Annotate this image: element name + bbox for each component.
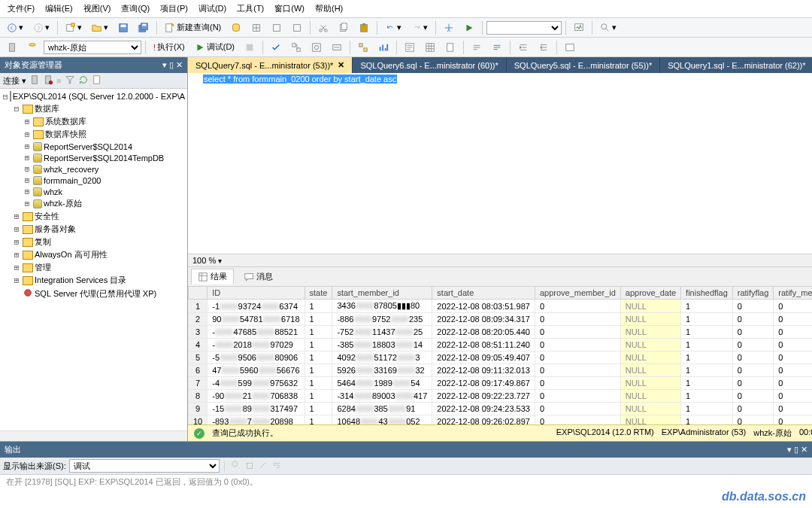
- cut-button[interactable]: [314, 20, 332, 35]
- cell[interactable]: 2: [189, 313, 208, 326]
- dmx-query-button[interactable]: [268, 20, 286, 35]
- tree-item[interactable]: 系统数据库: [45, 116, 86, 127]
- outdent-button[interactable]: [535, 40, 553, 55]
- cell[interactable]: 2022-12-08 09:26:02.897: [432, 415, 535, 425]
- cell[interactable]: NULL: [620, 364, 680, 377]
- cell[interactable]: NULL: [620, 339, 680, 351]
- cell[interactable]: -500009506000080906: [208, 351, 304, 364]
- expand-icon[interactable]: ⊞: [23, 141, 32, 151]
- cell[interactable]: -100009372400006374: [208, 300, 304, 313]
- table-row[interactable]: 8-9000002100007068381-314000089003000041…: [189, 390, 813, 403]
- cell[interactable]: NULL: [620, 390, 680, 403]
- panel-pin-icon[interactable]: ▾ ▯ ✕: [162, 60, 183, 70]
- cell[interactable]: -400005990000975632: [208, 377, 304, 390]
- cell[interactable]: 2022-12-08 08:51:11.240: [432, 339, 535, 351]
- cell[interactable]: 2022-12-08 09:05:49.407: [432, 351, 535, 364]
- indent-button[interactable]: [514, 40, 532, 55]
- cell[interactable]: NULL: [620, 326, 680, 339]
- cell[interactable]: 0: [535, 300, 620, 313]
- mdx-query-button[interactable]: [247, 20, 265, 35]
- actual-plan-button[interactable]: [354, 40, 372, 55]
- script-icon[interactable]: [92, 75, 102, 87]
- cell[interactable]: 3: [189, 326, 208, 339]
- cell[interactable]: 0: [732, 377, 774, 390]
- menu-window[interactable]: 窗口(W): [270, 2, 309, 16]
- comment-button[interactable]: [468, 40, 486, 55]
- cancel-query-button[interactable]: [241, 40, 259, 55]
- tree-item[interactable]: 数据库快照: [45, 129, 86, 140]
- cell[interactable]: 5: [189, 351, 208, 364]
- expand-icon[interactable]: ⊞: [23, 129, 32, 139]
- cell[interactable]: 0: [774, 351, 812, 364]
- table-row[interactable]: 10-8930000700002089811064800004300000522…: [189, 415, 813, 425]
- table-row[interactable]: 6470000596000005667615926000033169000032…: [189, 364, 813, 377]
- table-row[interactable]: 290000054781000067181-886000097520000235…: [189, 313, 813, 326]
- cell[interactable]: 1: [681, 313, 733, 326]
- stop-icon[interactable]: [43, 75, 53, 87]
- tree-item[interactable]: 安全性: [35, 211, 59, 222]
- cell[interactable]: 4700005960000056676: [208, 364, 304, 377]
- cell[interactable]: 1: [304, 377, 332, 390]
- cell[interactable]: 409200005117200003: [332, 351, 432, 364]
- output-wrap-icon[interactable]: [271, 460, 282, 472]
- cell[interactable]: 0: [732, 326, 774, 339]
- menu-view[interactable]: 视图(V): [79, 2, 116, 16]
- cell[interactable]: -886000097520000235: [332, 313, 432, 326]
- cell[interactable]: 0: [535, 326, 620, 339]
- cell[interactable]: 0: [535, 377, 620, 390]
- tab-query5[interactable]: SQLQuery5.sql - E...ministrator (55))*: [507, 57, 660, 73]
- save-all-button[interactable]: [135, 20, 153, 35]
- xmla-query-button[interactable]: [288, 20, 306, 35]
- cell[interactable]: 1: [304, 415, 332, 425]
- sidebar-scrollbar[interactable]: [0, 430, 187, 441]
- cell[interactable]: 0: [774, 313, 812, 326]
- tree-item[interactable]: AlwaysOn 高可用性: [35, 249, 108, 260]
- cell[interactable]: 0: [732, 364, 774, 377]
- debug-button[interactable]: 调试(D): [191, 39, 238, 55]
- expand-icon[interactable]: ⊞: [23, 175, 32, 185]
- cell[interactable]: -00002018000097029: [208, 339, 304, 351]
- column-header[interactable]: approve_member_id: [535, 287, 620, 300]
- tab-query7[interactable]: SQLQuery7.sql - E...ministrator (53))*✕: [188, 57, 353, 73]
- tree-server[interactable]: EXP\SQL2014 (SQL Server 12.0.2000 - EXP\…: [13, 92, 186, 101]
- column-header[interactable]: state: [304, 287, 332, 300]
- cell[interactable]: 0: [732, 415, 774, 425]
- column-header[interactable]: ratifyflag: [732, 287, 774, 300]
- cell[interactable]: 7: [189, 377, 208, 390]
- tree-item[interactable]: 复制: [35, 236, 51, 248]
- expand-icon[interactable]: ⊞: [23, 199, 32, 208]
- filter-icon[interactable]: [65, 75, 75, 87]
- save-button[interactable]: [114, 20, 132, 35]
- cell[interactable]: -385000018803000014: [332, 339, 432, 351]
- cell[interactable]: 0: [732, 339, 774, 351]
- column-header[interactable]: ID: [208, 287, 304, 300]
- cell[interactable]: 1: [304, 364, 332, 377]
- cell[interactable]: 1: [189, 300, 208, 313]
- tree-item[interactable]: ReportServer$SQL2014TempDB: [44, 154, 164, 163]
- cell[interactable]: 0: [774, 339, 812, 351]
- available-databases-icon[interactable]: [23, 40, 41, 55]
- expand-icon[interactable]: ⊟: [3, 92, 8, 102]
- tree-item[interactable]: 管理: [35, 262, 51, 273]
- cell[interactable]: 1: [681, 339, 733, 351]
- cell[interactable]: 1: [681, 300, 733, 313]
- back-button[interactable]: ▾: [3, 20, 27, 35]
- new-project-button[interactable]: ▾: [62, 20, 86, 35]
- panel-controls[interactable]: ▾ ▯ ✕: [787, 445, 807, 455]
- expand-icon[interactable]: ⊞: [12, 237, 21, 247]
- cell[interactable]: 0: [732, 313, 774, 326]
- disconnect-icon[interactable]: [29, 75, 40, 87]
- menu-query[interactable]: 查询(Q): [117, 2, 154, 16]
- query-options-button[interactable]: [308, 40, 326, 55]
- sql-editor[interactable]: select * from formmain_0200 order by sta…: [188, 73, 812, 254]
- cell[interactable]: 1: [304, 390, 332, 403]
- cell[interactable]: 5926000033169000032: [332, 364, 432, 377]
- messages-tab[interactable]: 消息: [237, 269, 280, 284]
- tree-item[interactable]: whzk-原始: [44, 198, 82, 209]
- menu-help[interactable]: 帮助(H): [311, 2, 347, 16]
- estimated-plan-button[interactable]: [287, 40, 305, 55]
- expand-icon[interactable]: ⊞: [12, 250, 21, 260]
- expand-icon[interactable]: ⊞: [23, 187, 32, 196]
- cell[interactable]: -3140000890030000417: [332, 390, 432, 403]
- menu-file[interactable]: 文件(F): [3, 2, 39, 16]
